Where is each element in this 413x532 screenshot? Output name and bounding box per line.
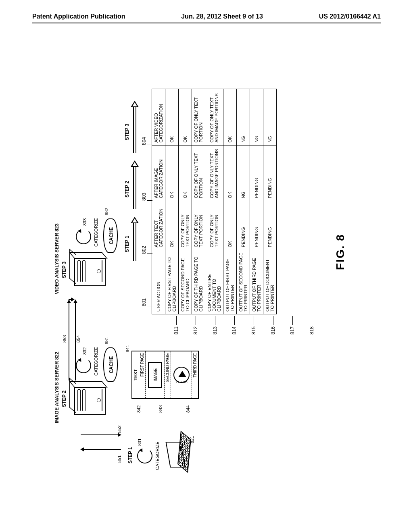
label-categorize-2: CATEGORIZE	[94, 347, 98, 376]
label-video-server: VIDEO ANALYSIS SERVER 823	[54, 223, 60, 294]
label-table-step2: STEP 2	[124, 181, 130, 197]
table-cell: COPY OF ONLY TEXT PORTION	[192, 89, 205, 145]
ref-881: 881	[104, 337, 109, 344]
ref-832: 832	[82, 347, 87, 355]
table-row: OUTPUT OF SECOND PAGE TO PRINTERPENDINGN…	[237, 89, 250, 314]
page-header: Patent Application Publication Jun. 28, …	[0, 0, 413, 23]
image-server-icon	[74, 387, 106, 415]
header-right: US 2012/0166442 A1	[319, 13, 381, 20]
table-row: COPY OF ENTIRE DOCUMENT TO CLIPBOARDCOPY…	[205, 89, 223, 314]
ref-853: 853	[62, 335, 67, 343]
table-row: OUTPUT OF DOCUMENT TO PRINTERPENDINGPEND…	[263, 89, 277, 314]
video-server-icon	[74, 258, 106, 286]
header-left: Patent Application Publication	[32, 13, 125, 20]
table-cell: COPY OF ENTIRE DOCUMENT TO CLIPBOARD	[205, 250, 223, 314]
label-table-step3: STEP 3	[124, 124, 130, 140]
label-categorize-3: CATEGORIZE	[94, 218, 98, 247]
table-cell: COPY OF ONLY TEXT PORTION	[192, 145, 205, 201]
table-cell: PENDING	[263, 201, 277, 250]
table-cell: COPY OF ONLY TEXT AND IMAGE PORTIONS	[205, 89, 223, 145]
table-cell: PENDING	[250, 145, 263, 201]
ref-821: 821	[190, 436, 194, 443]
step2-arrow-icon	[131, 160, 139, 209]
row-ref: 815	[251, 316, 257, 335]
table-cell: OK	[179, 89, 192, 145]
label-step-top3: STEP 3	[61, 262, 67, 278]
ref-841: 841	[125, 345, 130, 352]
table-cell: OK	[165, 201, 179, 250]
table-cell: OUTPUT OF SECOND PAGE TO PRINTER	[237, 250, 250, 314]
header-rule	[32, 23, 381, 23]
table-row: COPY OF FIRST PAGE TO CLIPBOARDOKOKOK	[165, 89, 179, 314]
table-cell: COPY OF ONLY TEXT PORTION	[179, 201, 192, 250]
ref-831: 831	[137, 438, 142, 446]
doc-image-box: IMAGE	[148, 362, 162, 388]
table-cell: OK	[165, 89, 179, 145]
arrow-851-icon	[81, 449, 121, 450]
arrow-853-icon	[69, 300, 69, 380]
label-table-step1: STEP 1	[124, 236, 130, 252]
table-cell: OUTPUT OF THIRD PAGE TO PRINTER	[250, 250, 263, 314]
row-ref: 814	[232, 316, 237, 335]
table-cell: COPY OF SECOND PAGE TO CLIPBOARD	[179, 250, 192, 314]
laptop-icon	[168, 434, 190, 470]
col-after-video: AFTER VIDEO CATEGORIZATION	[152, 89, 165, 145]
table-cell: PENDING	[250, 201, 263, 250]
step3-arrow-icon	[131, 101, 139, 153]
table-cell: OK	[165, 145, 179, 201]
cache-2-icon: CACHE	[103, 218, 118, 253]
ref-842: 842	[136, 405, 141, 413]
arrow-854-b-icon	[69, 299, 74, 300]
table-row: COPY OF THIRD PAGE TO CLIPBOARDCOPY OF O…	[192, 89, 205, 314]
label-step1: STEP 1	[127, 447, 133, 463]
doc-video-box: VIDEO	[173, 367, 190, 383]
results-table: USER ACTION AFTER TEXT CATEGORIZATION AF…	[152, 89, 277, 314]
arrow-852-icon	[81, 434, 121, 435]
table-cell: PENDING	[237, 201, 250, 250]
row-ref: 813	[212, 316, 218, 335]
table-row: OUTPUT OF THIRD PAGE TO PRINTERPENDINGPE…	[250, 89, 263, 314]
table-cell: COPY OF ONLY TEXT PORTION	[205, 201, 223, 250]
table-cell: NG	[250, 89, 263, 145]
figure-area: CATEGORIZE 831 STEP 1 821 851 852 IMAGE …	[56, 64, 363, 488]
label-image-server: IMAGE ANALYSIS SERVER 822	[54, 351, 60, 423]
doc-text-hdr: TEXT	[132, 351, 139, 398]
ref-852: 852	[117, 426, 122, 433]
document-pages: TEXT FIRST PAGE IMAGE SECOND PAGE VIDEO …	[131, 351, 199, 399]
table-cell: OK	[179, 145, 192, 201]
table-cell: OK	[223, 89, 237, 145]
ref-833: 833	[82, 218, 87, 226]
table-cell: COPY OF FIRST PAGE TO CLIPBOARD	[165, 250, 179, 314]
table-row: COPY OF SECOND PAGE TO CLIPBOARDCOPY OF …	[179, 89, 192, 314]
table-cell: OUTPUT OF DOCUMENT TO PRINTER	[263, 250, 277, 314]
ref-844: 844	[186, 405, 190, 413]
table-cell: OUTPUT OF FIRST PAGE TO PRINTER	[223, 250, 237, 314]
row-ref: 817	[290, 316, 295, 335]
categorize-loop-3-icon	[76, 229, 91, 244]
table-cell: NG	[263, 89, 277, 145]
col-user-action: USER ACTION	[152, 250, 165, 314]
table-cell: COPY OF ONLY TEXT AND IMAGE PORTIONS	[205, 145, 223, 201]
row-ref: 812	[193, 316, 198, 335]
doc-first-page: FIRST PAGE	[139, 351, 146, 398]
ref-851: 851	[117, 455, 122, 463]
row-ref: 816	[270, 316, 276, 335]
table-cell: NG	[237, 145, 250, 201]
ref-854: 854	[76, 335, 81, 343]
doc-second-page: SECOND PAGE	[165, 351, 171, 398]
col-after-text: AFTER TEXT CATEGORIZATION	[152, 201, 165, 250]
table-row: OUTPUT OF FIRST PAGE TO PRINTEROKOKOK	[223, 89, 237, 314]
ref-882: 882	[104, 208, 109, 215]
figure-rotated: CATEGORIZE 831 STEP 1 821 851 852 IMAGE …	[56, 64, 363, 488]
label-step-top2: STEP 2	[61, 391, 67, 407]
table-cell: NG	[237, 89, 250, 145]
table-cell: PENDING	[263, 145, 277, 201]
table-cell: OK	[223, 201, 237, 250]
table-cell: COPY OF ONLY TEXT PORTION	[192, 201, 205, 250]
figure-label: FIG. 8	[334, 234, 347, 270]
doc-third-page: THIRD PAGE	[192, 351, 198, 398]
step1-arrow-icon	[131, 217, 139, 261]
table-header-row: USER ACTION AFTER TEXT CATEGORIZATION AF…	[152, 89, 165, 314]
table-cell: OK	[223, 145, 237, 201]
table-cell: COPY OF THIRD PAGE TO CLIPBOARD	[192, 250, 205, 314]
